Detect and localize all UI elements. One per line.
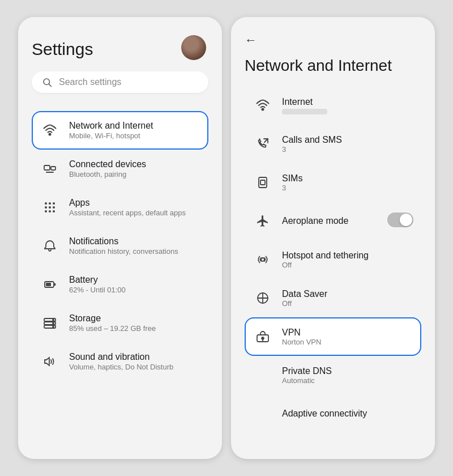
vpn-icon	[253, 326, 273, 347]
wifi-icon	[40, 120, 60, 141]
adaptive-text: Adaptive connectivity	[282, 409, 413, 419]
svg-point-10	[49, 206, 51, 209]
sims-text: SIMs 3	[282, 173, 413, 192]
settings-list: Network and Internet Mobile, Wi-Fi, hots…	[18, 111, 222, 459]
connected-devices-text: Connected devices Bluetooth, pairing	[69, 159, 146, 178]
back-button[interactable]: ←	[245, 33, 263, 48]
calls-sms-sub: 3	[282, 145, 413, 154]
svg-rect-28	[260, 180, 265, 185]
svg-point-9	[45, 206, 47, 209]
search-placeholder: Search settings	[59, 77, 121, 87]
notifications-icon	[40, 236, 60, 256]
adaptive-icon	[253, 403, 273, 424]
battery-icon	[40, 274, 60, 295]
svg-point-25	[262, 109, 264, 110]
svg-point-8	[53, 202, 55, 205]
airplane-icon	[253, 211, 273, 231]
svg-rect-4	[51, 167, 55, 170]
search-bar[interactable]: Search settings	[32, 71, 208, 93]
connected-devices-sub: Bluetooth, pairing	[69, 170, 146, 178]
storage-icon	[40, 313, 60, 333]
battery-sub: 62% - Until 01:00	[69, 286, 126, 294]
sidebar-item-connected-devices[interactable]: Connected devices Bluetooth, pairing	[32, 150, 208, 188]
connected-devices-label: Connected devices	[69, 159, 146, 169]
avatar[interactable]	[181, 35, 206, 60]
devices-icon	[40, 159, 60, 179]
svg-point-11	[53, 206, 55, 209]
aeroplane-toggle-switch[interactable]	[387, 212, 413, 227]
internet-sub	[282, 109, 327, 114]
apps-label: Apps	[69, 198, 186, 208]
internet-text: Internet	[282, 97, 413, 114]
aeroplane-text: Aeroplane mode	[282, 216, 378, 226]
net-item-vpn[interactable]: VPN Norton VPN	[245, 317, 421, 356]
sound-icon	[40, 351, 60, 372]
sidebar-item-sound[interactable]: Sound and vibration Volume, haptics, Do …	[32, 342, 208, 381]
sidebar-item-battery[interactable]: Battery 62% - Until 01:00	[32, 265, 208, 304]
adaptive-label: Adaptive connectivity	[282, 409, 413, 419]
svg-rect-17	[46, 283, 51, 286]
svg-point-13	[49, 210, 51, 212]
net-item-hotspot[interactable]: Hotspot and tethering Off	[245, 240, 421, 279]
svg-point-6	[45, 202, 47, 205]
svg-point-12	[45, 210, 47, 212]
calls-sms-label: Calls and SMS	[282, 135, 413, 145]
hotspot-sub: Off	[282, 261, 413, 269]
svg-point-2	[49, 134, 51, 135]
data-saver-label: Data Saver	[282, 289, 413, 299]
svg-point-14	[53, 210, 55, 212]
svg-point-23	[53, 326, 54, 328]
data-saver-icon	[253, 288, 273, 308]
vpn-text: VPN Norton VPN	[282, 328, 413, 346]
sidebar-item-storage[interactable]: Storage 85% used – 19.22 GB free	[32, 304, 208, 342]
apps-icon	[40, 197, 60, 218]
notifications-label: Notifications	[69, 236, 178, 246]
svg-point-29	[261, 258, 264, 261]
net-item-data-saver[interactable]: Data Saver Off	[245, 279, 421, 317]
storage-sub: 85% used – 19.22 GB free	[69, 324, 156, 333]
hotspot-text: Hotspot and tethering Off	[282, 250, 413, 269]
net-item-aeroplane[interactable]: Aeroplane mode	[245, 202, 421, 240]
internet-wifi-icon	[253, 95, 273, 116]
private-dns-label: Private DNS	[282, 366, 413, 376]
net-item-private-dns[interactable]: Private DNS Automatic	[245, 356, 421, 394]
left-panel: Settings Search settings	[18, 17, 222, 459]
calls-sms-text: Calls and SMS 3	[282, 135, 413, 154]
private-dns-sub: Automatic	[282, 376, 413, 385]
sidebar-item-network-internet[interactable]: Network and Internet Mobile, Wi-Fi, hots…	[32, 111, 208, 150]
private-dns-icon	[253, 365, 273, 385]
net-item-sims[interactable]: SIMs 3	[245, 163, 421, 202]
sidebar-item-apps[interactable]: Apps Assistant, recent apps, default app…	[32, 188, 208, 227]
right-panel: ← Network and Internet Internet	[231, 17, 435, 459]
battery-text: Battery 62% - Until 01:00	[69, 275, 126, 294]
sidebar-item-notifications[interactable]: Notifications Notification history, conv…	[32, 227, 208, 265]
network-internet-label: Network and Internet	[69, 121, 153, 131]
svg-point-22	[53, 323, 54, 324]
net-item-calls-sms[interactable]: Calls and SMS 3	[245, 125, 421, 163]
net-item-adaptive[interactable]: Adaptive connectivity	[245, 394, 421, 433]
svg-line-1	[49, 84, 51, 86]
svg-marker-24	[45, 358, 49, 366]
network-internet-text: Network and Internet Mobile, Wi-Fi, hots…	[69, 121, 153, 140]
svg-rect-3	[44, 165, 50, 170]
notifications-sub: Notification history, conversations	[69, 247, 178, 256]
aeroplane-toggle[interactable]	[387, 212, 413, 230]
battery-label: Battery	[69, 275, 126, 285]
apps-text: Apps Assistant, recent apps, default app…	[69, 198, 186, 217]
storage-text: Storage 85% used – 19.22 GB free	[69, 313, 156, 333]
search-icon	[42, 77, 52, 87]
sims-label: SIMs	[282, 173, 413, 184]
svg-point-21	[53, 320, 54, 321]
storage-label: Storage	[69, 313, 156, 324]
net-item-internet[interactable]: Internet	[245, 86, 421, 125]
data-saver-text: Data Saver Off	[282, 289, 413, 308]
sims-sub: 3	[282, 184, 413, 192]
panel-title: Network and Internet	[245, 57, 421, 75]
vpn-sub: Norton VPN	[282, 338, 413, 346]
internet-label: Internet	[282, 97, 413, 107]
notifications-text: Notifications Notification history, conv…	[69, 236, 178, 256]
hotspot-icon	[253, 249, 273, 270]
sims-icon	[253, 172, 273, 193]
network-list: Internet Calls and SMS 3	[245, 86, 421, 450]
sound-label: Sound and vibration	[69, 352, 173, 362]
